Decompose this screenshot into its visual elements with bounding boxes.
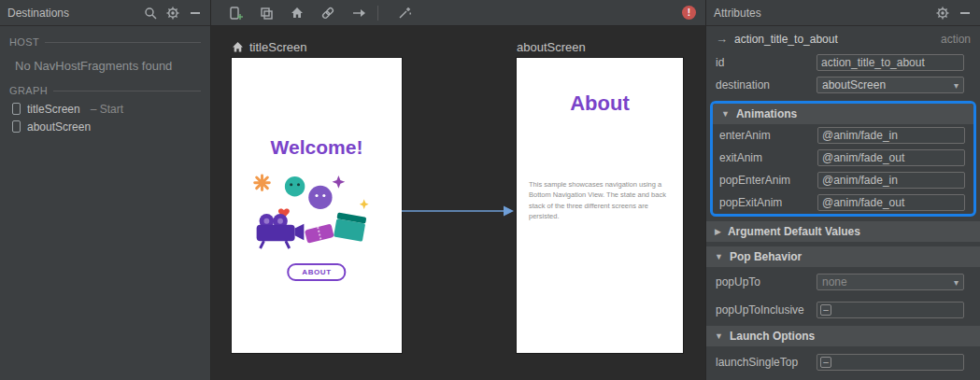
popUpTo-label: popUpTo: [716, 275, 817, 289]
destination-dropdown[interactable]: aboutScreen ▾: [817, 77, 964, 93]
home-icon: [232, 41, 244, 53]
chevron-down-icon: ▾: [954, 80, 959, 91]
id-input[interactable]: [817, 54, 964, 71]
screen-titleScreen: titleScreen Welcome!: [232, 35, 402, 353]
search-icon[interactable]: [143, 6, 158, 21]
popEnterAnim-label: popEnterAnim: [719, 174, 817, 187]
screen-icon: [12, 120, 21, 133]
collapse-icon: ▼: [715, 331, 723, 341]
enterAnim-label: enterAnim: [719, 129, 817, 142]
destination-value: aboutScreen: [822, 78, 950, 91]
navigation-editor: Destinations HOST No NavHostFragments fo…: [0, 0, 980, 380]
argument-defaults-section-header[interactable]: ▶ Argument Default Values: [706, 221, 980, 242]
attributes-panel: Attributes → action_title_to_about actio…: [705, 0, 980, 380]
animations-header-label: Animations: [736, 107, 797, 120]
welcome-heading: Welcome!: [232, 136, 402, 159]
canvas-toolbar: !: [211, 0, 705, 26]
launchSingleTop-field[interactable]: –: [817, 354, 964, 371]
host-label: HOST: [9, 36, 39, 48]
exitAnim-label: exitAnim: [719, 151, 817, 164]
launch-options-section-header[interactable]: ▼ Launch Options: [706, 326, 980, 346]
welcome-illustration: [244, 168, 390, 256]
gear-icon[interactable]: [165, 6, 180, 21]
graph-item-suffix: – Start: [91, 103, 123, 116]
exitAnim-row: exitAnim: [713, 147, 973, 169]
action-connection-arrow[interactable]: [402, 204, 516, 218]
collapse-icon: ▼: [721, 109, 730, 119]
destination-row: destination aboutScreen ▾: [706, 74, 980, 96]
popEnterAnim-row: popEnterAnim: [713, 169, 973, 191]
gear-icon[interactable]: [935, 6, 950, 21]
canvas-surface[interactable]: titleScreen Welcome!: [211, 26, 705, 380]
action-name: action_title_to_about: [734, 33, 934, 46]
argument-defaults-header-label: Argument Default Values: [728, 225, 860, 238]
titleScreen-frame[interactable]: Welcome!: [232, 58, 402, 353]
exitAnim-input[interactable]: [817, 149, 965, 166]
launch-options-header-label: Launch Options: [730, 330, 815, 343]
destination-label: destination: [716, 78, 817, 91]
error-badge-icon[interactable]: !: [682, 6, 696, 20]
host-section-label: HOST: [0, 33, 210, 51]
minimize-icon[interactable]: [188, 6, 203, 21]
popUpToInclusive-field[interactable]: –: [817, 302, 964, 318]
graph-item-name: titleScreen: [27, 103, 80, 116]
popExitAnim-input[interactable]: [817, 194, 965, 211]
popUpToInclusive-label: popUpToInclusive: [716, 303, 817, 317]
graph-section-label: GRAPH: [0, 81, 210, 100]
destinations-panel: Destinations HOST No NavHostFragments fo…: [0, 0, 211, 380]
animations-selection-highlight: ▼ Animations enterAnim exitAnim popEnter…: [710, 101, 976, 217]
action-tool-icon[interactable]: [351, 6, 366, 21]
screen-name: aboutScreen: [517, 40, 586, 54]
launchSingleTop-row: launchSingleTop –: [706, 351, 980, 373]
screen-aboutScreen: aboutScreen About This sample showcases …: [517, 35, 683, 353]
assign-start-home-icon[interactable]: [290, 6, 305, 21]
collapse-icon: ▶: [715, 227, 721, 236]
design-canvas: ! titleScreen Welcome!: [211, 0, 705, 380]
selected-action-row: → action_title_to_about action: [706, 26, 980, 51]
action-type: action: [941, 33, 971, 46]
attributes-header: Attributes: [706, 0, 980, 26]
deep-link-icon[interactable]: [320, 6, 335, 21]
graph-item-titleScreen[interactable]: titleScreen – Start: [0, 100, 210, 118]
about-body-text: This sample showcases navigation using a…: [529, 179, 671, 221]
popUpTo-dropdown[interactable]: none ▾: [817, 274, 964, 290]
popUpTo-row: popUpTo none ▾: [706, 271, 980, 293]
collapse-icon: ▼: [715, 252, 723, 261]
popExitAnim-label: popExitAnim: [719, 196, 817, 209]
popEnterAnim-input[interactable]: [817, 172, 965, 189]
screen-icon: [12, 103, 21, 115]
about-heading: About: [517, 91, 683, 116]
toolbar-separator: [377, 6, 378, 21]
popExitAnim-row: popExitAnim: [713, 191, 973, 214]
pop-behavior-header-label: Pop Behavior: [730, 250, 802, 263]
titleScreen-label[interactable]: titleScreen: [232, 35, 402, 58]
destinations-header: Destinations: [0, 0, 210, 26]
graph-item-aboutScreen[interactable]: aboutScreen: [0, 118, 210, 135]
action-arrow-icon: →: [716, 32, 728, 46]
screen-name: titleScreen: [249, 40, 306, 54]
id-row: id: [706, 51, 980, 74]
popUpToInclusive-row: popUpToInclusive –: [706, 299, 980, 321]
chevron-down-icon: ▾: [954, 277, 959, 288]
popUpTo-value: none: [822, 275, 950, 289]
graph-item-name: aboutScreen: [27, 120, 91, 134]
aboutScreen-label[interactable]: aboutScreen: [517, 35, 683, 58]
animations-section-header[interactable]: ▼ Animations: [713, 104, 973, 124]
destinations-title: Destinations: [7, 7, 135, 20]
pop-behavior-section-header[interactable]: ▼ Pop Behavior: [706, 246, 980, 267]
aboutScreen-frame[interactable]: About This sample showcases navigation u…: [517, 58, 683, 353]
duplicate-icon[interactable]: [259, 6, 274, 21]
minimize-icon[interactable]: [958, 6, 973, 21]
about-button[interactable]: ABOUT: [287, 263, 346, 281]
enterAnim-input[interactable]: [817, 127, 965, 144]
host-empty-message: No NavHostFragments found: [15, 59, 210, 73]
auto-arrange-wand-icon[interactable]: [397, 6, 412, 21]
new-destination-icon[interactable]: [228, 6, 243, 21]
id-label: id: [716, 56, 817, 69]
checkbox-indeterminate-icon[interactable]: –: [820, 304, 831, 316]
enterAnim-row: enterAnim: [713, 124, 973, 147]
attributes-title: Attributes: [714, 7, 928, 20]
checkbox-indeterminate-icon[interactable]: –: [820, 357, 831, 368]
launchSingleTop-label: launchSingleTop: [716, 356, 817, 369]
graph-label: GRAPH: [9, 85, 48, 96]
